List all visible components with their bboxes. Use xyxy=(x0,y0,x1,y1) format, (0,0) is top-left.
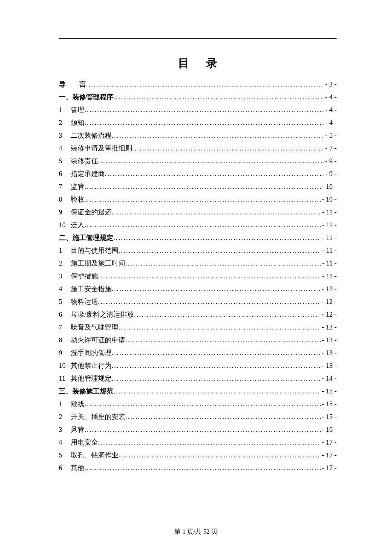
toc-entry-page: - 13 - xyxy=(321,322,337,332)
toc-leader-dots xyxy=(125,412,321,422)
toc-entry-label: 监管 xyxy=(71,182,84,192)
toc-entry-number: 5 xyxy=(59,297,71,307)
toc-leader-dots xyxy=(125,335,321,345)
toc-entry-number: 9 xyxy=(59,207,71,217)
toc-entry-number: 2 xyxy=(59,258,71,269)
toc-entry-label: 须知 xyxy=(71,118,84,128)
toc-entry-label: 敷线 xyxy=(71,399,84,409)
toc-leader-dots xyxy=(86,79,324,90)
toc-entry-label: 管理 xyxy=(71,105,84,115)
toc-row: 2开关、插座的安装- 15 - xyxy=(59,412,337,422)
toc-entry-number: 6 xyxy=(59,463,71,473)
toc-entry-number: 4 xyxy=(59,284,71,294)
toc-entry-page: - 5 - xyxy=(324,130,337,141)
toc-entry-label: 开关、插座的安装 xyxy=(71,412,125,422)
toc-entry-page: - 11 - xyxy=(321,207,337,217)
toc-leader-dots xyxy=(118,246,321,256)
toc-entry-page: - 11 - xyxy=(321,258,337,269)
toc-entry-number: 2 xyxy=(59,118,71,128)
toc-leader-dots xyxy=(118,450,321,460)
toc-entry-label: 三、装修施工规范 xyxy=(59,386,113,396)
toc-entry-number: 2 xyxy=(59,412,71,422)
toc-entry-label: 用电安全 xyxy=(71,437,98,448)
toc-row: 2须知- 4 - xyxy=(59,118,337,128)
toc-leader-dots xyxy=(105,169,324,179)
toc-entry-number: 6 xyxy=(59,309,71,320)
toc-leader-dots xyxy=(84,399,321,409)
toc-leader-dots xyxy=(132,143,324,153)
toc-entry-page: - 13 - xyxy=(321,348,337,358)
toc-row: 1敷线- 15 - xyxy=(59,399,337,409)
toc-entry-label: 指定承建商 xyxy=(71,169,105,179)
toc-entry-page: - 11 - xyxy=(321,233,337,243)
horizontal-rule xyxy=(59,38,337,39)
toc-entry-page: - 12 - xyxy=(321,309,337,320)
toc-entry-number: 8 xyxy=(59,194,71,205)
toc-leader-dots xyxy=(84,118,324,128)
toc-entry-number: 1 xyxy=(59,399,71,409)
toc-entry-page: - 10 - xyxy=(321,182,337,192)
toc-leader-dots xyxy=(84,182,321,192)
toc-row: 二、施工管理规定- 11 - xyxy=(59,233,337,243)
toc-row: 6垃圾/废料之清运排放- 12 - xyxy=(59,309,337,320)
toc-entry-page: - 15 - xyxy=(321,412,337,422)
toc-row: 4装修申请及审批细则- 7 - xyxy=(59,143,337,153)
toc-entry-label: 其他管理规定 xyxy=(71,373,112,384)
toc-leader-dots xyxy=(112,130,324,141)
toc-entry-label: 施工期及施工时间 xyxy=(71,258,125,269)
toc-entry-number: 5 xyxy=(59,450,71,460)
toc-row: 7噪音及气味管理- 13 - xyxy=(59,322,337,332)
toc-leader-dots xyxy=(98,156,324,166)
toc-entry-number: 10 xyxy=(59,361,71,371)
toc-leader-dots xyxy=(84,220,321,230)
toc-row: 10其他禁止行为- 13 - xyxy=(59,361,337,371)
toc-entry-page: - 14 - xyxy=(321,373,337,384)
toc-entry-number: 4 xyxy=(59,437,71,448)
toc-entry-label: 取孔、钻洞作业 xyxy=(71,450,118,460)
toc-entry-label: 其他 xyxy=(71,463,84,473)
toc-entry-label: 洗手间的管理 xyxy=(71,348,112,358)
toc-leader-dots xyxy=(84,105,324,115)
toc-row: 4施工安全措施- 12 - xyxy=(59,284,337,294)
toc-row: 一、装修管理程序- 4 - xyxy=(59,92,337,102)
toc-entry-page: - 17 - xyxy=(321,437,337,448)
page-content: 目录 导 言- 3 -一、装修管理程序- 4 -1管理- 4 -2须知- 4 -… xyxy=(0,0,392,473)
toc-row: 5物料运送- 12 - xyxy=(59,297,337,307)
toc-entry-page: - 10 - xyxy=(321,194,337,205)
toc-entry-label: 二次装修流程 xyxy=(71,130,112,141)
toc-leader-dots xyxy=(84,463,321,473)
toc-entry-number: 1 xyxy=(59,246,71,256)
toc-row: 7监管- 10 - xyxy=(59,182,337,192)
toc-leader-dots xyxy=(113,233,321,243)
toc-leader-dots xyxy=(84,194,321,205)
toc-entry-page: - 16 - xyxy=(321,425,337,435)
toc-entry-page: - 17 - xyxy=(321,463,337,473)
toc-entry-page: - 15 - xyxy=(321,399,337,409)
toc-entry-page: - 4 - xyxy=(324,105,337,115)
toc-row: 8动火许可证的申请- 13 - xyxy=(59,335,337,345)
toc-entry-label: 物料运送 xyxy=(71,297,98,307)
toc-row: 9洗手间的管理- 13 - xyxy=(59,348,337,358)
toc-row: 9保证金的退还- 11 - xyxy=(59,207,337,217)
toc-entry-page: - 17 - xyxy=(321,450,337,460)
table-of-contents: 导 言- 3 -一、装修管理程序- 4 -1管理- 4 -2须知- 4 -3二次… xyxy=(59,79,337,473)
toc-row: 5取孔、钻洞作业- 17 - xyxy=(59,450,337,460)
toc-row: 1目的与使用范围- 11 - xyxy=(59,246,337,256)
toc-row: 3保护措施- 11 - xyxy=(59,271,337,281)
toc-row: 6其他- 17 - xyxy=(59,463,337,473)
toc-row: 5装修责任- 9 - xyxy=(59,156,337,166)
toc-entry-number: 7 xyxy=(59,322,71,332)
toc-entry-label: 迁入 xyxy=(71,220,84,230)
toc-entry-page: - 4 - xyxy=(324,118,337,128)
toc-entry-label: 其他禁止行为 xyxy=(71,361,112,371)
toc-entry-label: 验收 xyxy=(71,194,84,205)
toc-leader-dots xyxy=(98,271,321,281)
toc-leader-dots xyxy=(118,322,321,332)
toc-leader-dots xyxy=(84,425,321,435)
toc-entry-page: - 9 - xyxy=(324,156,337,166)
toc-row: 10迁入- 11 - xyxy=(59,220,337,230)
toc-leader-dots xyxy=(112,207,321,217)
toc-entry-label: 装修责任 xyxy=(71,156,98,166)
toc-entry-number: 3 xyxy=(59,425,71,435)
toc-leader-dots xyxy=(98,297,321,307)
